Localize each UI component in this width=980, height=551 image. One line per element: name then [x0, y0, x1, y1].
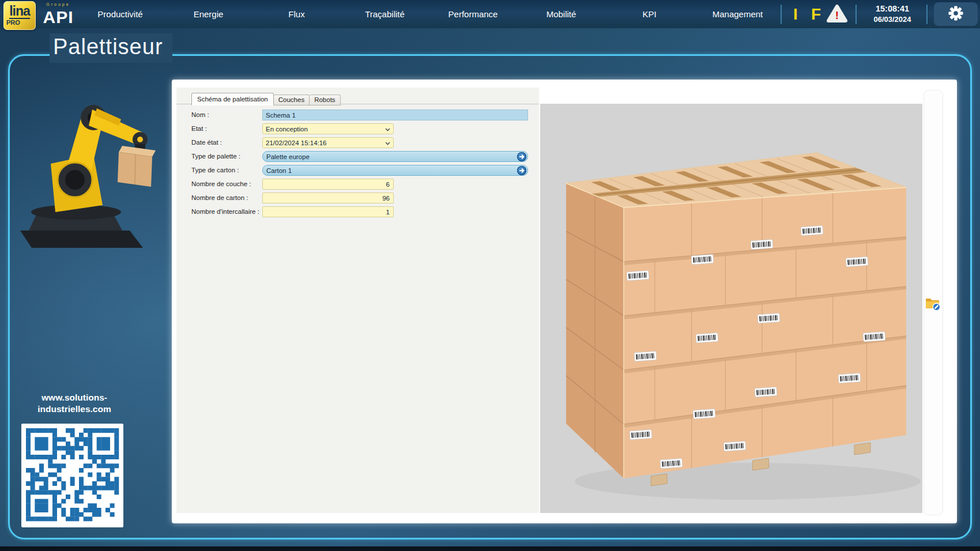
alert-triangle-icon[interactable]: ! — [827, 4, 847, 24]
chevron-down-icon — [385, 142, 390, 145]
main-nav: Productivité Energie Flux Traçabilité Pe… — [76, 0, 782, 28]
topbar-separator — [926, 5, 928, 24]
pallet-3d-view[interactable] — [539, 104, 922, 513]
tab-robots[interactable]: Robots — [310, 95, 340, 105]
date-text: 06/03/2024 — [862, 14, 923, 24]
nav-kpi[interactable]: KPI — [605, 0, 693, 28]
nb-carton-label: Nombre de carton : — [191, 193, 248, 203]
nb-couche-label: Nombre de couche : — [191, 179, 251, 190]
date-etat-dropdown[interactable]: 21/02/2024 15:14:16 — [262, 137, 394, 148]
nav-productivite[interactable]: Productivité — [76, 0, 164, 28]
api-groupe-logo: Groupe API — [40, 2, 76, 27]
nav-energie[interactable]: Energie — [164, 0, 252, 28]
groupe-logo-text: Groupe — [40, 2, 76, 7]
nav-flux[interactable]: Flux — [252, 0, 341, 28]
time-text: 15:08:41 — [862, 3, 923, 14]
nav-performance[interactable]: Performance — [429, 0, 517, 28]
etat-value: En conception — [266, 126, 308, 133]
nb-intercallaire-label: Nombre d'intercallaire : — [191, 206, 259, 217]
qr-code — [21, 424, 123, 527]
type-carton-picker[interactable]: Carton 1 — [262, 165, 528, 176]
type-palette-label: Type de palette : — [191, 151, 240, 162]
date-etat-value: 21/02/2024 15:14:16 — [266, 139, 327, 146]
nb-carton-input[interactable]: 96 — [262, 193, 394, 203]
nav-tracabilite[interactable]: Traçabilité — [341, 0, 429, 28]
pro-logo-text: PRO — [3, 19, 36, 27]
etat-dropdown[interactable]: En conception — [262, 123, 394, 134]
topbar-separator — [781, 5, 782, 24]
nom-label: Nom : — [191, 110, 209, 120]
folder-edit-icon[interactable] — [925, 295, 941, 311]
type-palette-value: Palette europe — [266, 153, 310, 160]
tab-couches[interactable]: Couches — [274, 95, 310, 105]
arrow-right-icon[interactable] — [517, 152, 526, 161]
type-palette-picker[interactable]: Palette europe — [262, 151, 528, 162]
type-carton-label: Type de carton : — [191, 165, 239, 176]
settings-button[interactable] — [934, 2, 978, 26]
topbar-separator — [855, 5, 857, 24]
nom-input[interactable]: Schema 1 — [262, 110, 528, 120]
nav-mobilite[interactable]: Mobilité — [517, 0, 605, 28]
tab-strip: Schéma de palettisation Couches Robots — [191, 93, 341, 105]
website-text: www.solutions- industrielles.com — [21, 392, 128, 415]
nb-couche-input[interactable]: 6 — [262, 179, 394, 190]
website-line2: industrielles.com — [21, 403, 128, 415]
type-carton-value: Carton 1 — [266, 167, 292, 174]
nb-intercallaire-input[interactable]: 1 — [262, 206, 394, 217]
nav-management[interactable]: Management — [693, 0, 782, 28]
website-line1: www.solutions- — [21, 392, 128, 403]
tab-schema-palettisation[interactable]: Schéma de palettisation — [191, 93, 274, 105]
indicator-f[interactable]: F — [811, 3, 821, 25]
gear-icon — [948, 5, 964, 24]
indicator-i[interactable]: I — [793, 3, 798, 25]
topbar: Productivité Energie Flux Traçabilité Pe… — [0, 0, 980, 28]
robot-arm-illustration — [6, 82, 161, 255]
lina-logo-text: lina — [9, 4, 30, 19]
clock-display: 15:08:41 06/03/2024 — [862, 3, 923, 24]
bottom-edge — [0, 546, 980, 551]
etat-label: Etat : — [191, 123, 207, 134]
page-title: Palettiseur — [50, 33, 172, 63]
arrow-right-icon[interactable] — [517, 166, 526, 175]
svg-text:!: ! — [835, 9, 839, 21]
chevron-down-icon — [385, 128, 390, 131]
lina-pro-logo: lina PRO — [3, 1, 36, 30]
api-logo-text: API — [40, 7, 76, 27]
date-etat-label: Date état : — [191, 137, 222, 148]
